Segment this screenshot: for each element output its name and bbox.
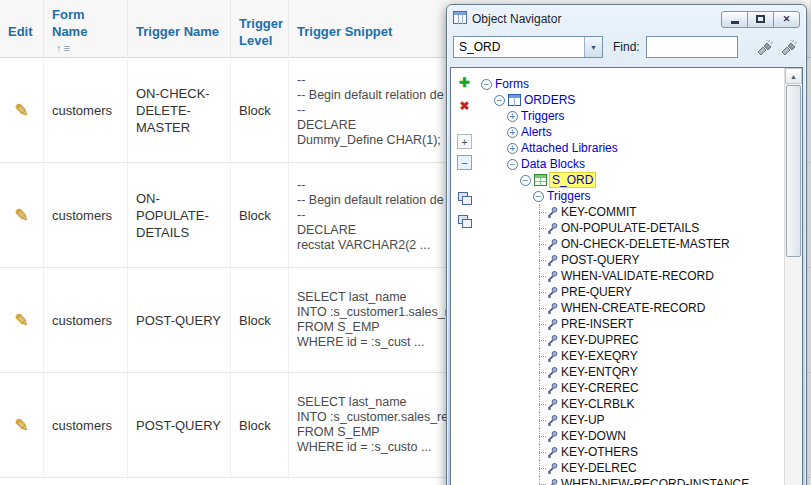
- expand-node-icon[interactable]: +: [507, 143, 518, 154]
- tree-node-label: ON-POPULATE-DETAILS: [561, 221, 699, 235]
- filter-icon[interactable]: ≡: [64, 40, 70, 57]
- tree-node-when-create-record[interactable]: WHEN-CREATE-RECORD: [477, 300, 785, 316]
- form-name-cell: customers: [44, 163, 128, 267]
- delete-icon[interactable]: ✖: [456, 97, 473, 114]
- edit-pencil-icon[interactable]: ✎: [14, 417, 28, 434]
- tree-node-key-up[interactable]: KEY-UP: [477, 412, 785, 428]
- scroll-up-button[interactable]: ▲: [785, 68, 802, 84]
- minimize-button[interactable]: [721, 11, 748, 28]
- tree-node-label: KEY-OTHERS: [561, 445, 638, 459]
- tree-node-triggers[interactable]: +Triggers: [477, 108, 785, 124]
- tree-node-key-entqry[interactable]: KEY-ENTQRY: [477, 364, 785, 380]
- tree-node-label: PRE-INSERT: [561, 317, 633, 331]
- trigger-icon: [546, 366, 558, 378]
- tree-node-key-crerec[interactable]: KEY-CREREC: [477, 380, 785, 396]
- tree-node-label: Attached Libraries: [521, 141, 618, 155]
- combo-dropdown-icon[interactable]: ▼: [584, 37, 602, 57]
- tree-node-on-check-delete-master[interactable]: ON-CHECK-DELETE-MASTER: [477, 236, 785, 252]
- tree-node-label: KEY-DUPREC: [561, 333, 639, 347]
- tree-node-label: Triggers: [547, 189, 591, 203]
- col-header-edit: Edit: [0, 0, 44, 63]
- tree-node-key-exeqry[interactable]: KEY-EXEQRY: [477, 348, 785, 364]
- object-navigator-icon: [453, 10, 467, 28]
- col-header-edit-label: Edit: [8, 23, 33, 40]
- scroll-thumb[interactable]: [786, 85, 801, 257]
- tree-node-post-query[interactable]: POST-QUERY: [477, 252, 785, 268]
- tree-node-data-blocks[interactable]: −Data Blocks: [477, 156, 785, 172]
- edit-pencil-icon[interactable]: ✎: [14, 207, 28, 224]
- trigger-level-cell: Block: [231, 163, 289, 267]
- maximize-button[interactable]: [747, 11, 774, 28]
- tree-node-on-populate-details[interactable]: ON-POPULATE-DETAILS: [477, 220, 785, 236]
- collapse-node-icon[interactable]: −: [520, 175, 531, 186]
- trigger-icon: [546, 430, 558, 442]
- col-header-form-name[interactable]: Form Name↑≡: [44, 0, 128, 63]
- tree-node-pre-insert[interactable]: PRE-INSERT: [477, 316, 785, 332]
- tree-node-attached-libraries[interactable]: +Attached Libraries: [477, 140, 785, 156]
- trigger-name-cell: POST-QUERY: [128, 268, 231, 372]
- tree-node-key-duprec[interactable]: KEY-DUPREC: [477, 332, 785, 348]
- find-next-icon[interactable]: [756, 39, 775, 55]
- collapse-node-icon[interactable]: −: [507, 159, 518, 170]
- tree-node-key-down[interactable]: KEY-DOWN: [477, 428, 785, 444]
- tree-node-label: PRE-QUERY: [561, 285, 632, 299]
- col-header-trigger-name-label: Trigger Name: [136, 23, 219, 40]
- trigger-name-cell: POST-QUERY: [128, 373, 231, 477]
- tree-node-label: WHEN-NEW-RECORD-INSTANCE: [561, 477, 749, 485]
- trigger-icon: [546, 334, 558, 346]
- tree-node-pre-query[interactable]: PRE-QUERY: [477, 284, 785, 300]
- tree-node-label: KEY-DOWN: [561, 429, 626, 443]
- navigator-toolbar: S_ORD ▼ Find:: [450, 30, 803, 67]
- tree-node-label: KEY-CREREC: [561, 381, 639, 395]
- edit-pencil-icon[interactable]: ✎: [14, 102, 28, 119]
- collapse-icon[interactable]: −: [457, 155, 472, 170]
- tree-node-label: Triggers: [521, 109, 565, 123]
- tree-node-alerts[interactable]: +Alerts: [477, 124, 785, 140]
- trigger-icon: [546, 302, 558, 314]
- trigger-icon: [546, 398, 558, 410]
- navigator-content: ✚ ✖ + − −Forms−ORDERS+Triggers+Alerts+At…: [450, 67, 803, 485]
- find-previous-icon[interactable]: [780, 39, 799, 55]
- collapse-node-icon[interactable]: −: [481, 79, 492, 90]
- col-header-trigger-level[interactable]: Trigger Level: [231, 0, 289, 63]
- tree-node-key-commit[interactable]: KEY-COMMIT: [477, 204, 785, 220]
- trigger-icon: [546, 238, 558, 250]
- tree-node-label: WHEN-CREATE-RECORD: [561, 301, 705, 315]
- expand-icon[interactable]: +: [457, 134, 472, 149]
- edit-cell: ✎: [0, 268, 44, 372]
- trigger-icon: [546, 318, 558, 330]
- trigger-level-cell: Block: [231, 373, 289, 477]
- create-icon[interactable]: ✚: [456, 74, 473, 91]
- trigger-icon: [546, 462, 558, 474]
- tree-node-forms[interactable]: −Forms: [477, 76, 785, 92]
- sort-asc-icon[interactable]: ↑: [56, 40, 62, 57]
- close-button[interactable]: ✕: [773, 11, 800, 28]
- tree-scrollbar[interactable]: ▲: [784, 68, 802, 485]
- col-header-trigger-name[interactable]: Trigger Name: [128, 0, 231, 63]
- find-input[interactable]: [646, 36, 738, 58]
- expand-all-icon[interactable]: [456, 190, 473, 207]
- expand-node-icon[interactable]: +: [507, 127, 518, 138]
- tree-node-key-clrblk[interactable]: KEY-CLRBLK: [477, 396, 785, 412]
- form-name-cell: customers: [44, 58, 128, 162]
- tree-node-when-new-record-instance[interactable]: WHEN-NEW-RECORD-INSTANCE: [477, 476, 785, 485]
- edit-pencil-icon[interactable]: ✎: [14, 312, 28, 329]
- tree-node-s-ord[interactable]: −S_ORD: [477, 172, 785, 188]
- tree-node-when-validate-record[interactable]: WHEN-VALIDATE-RECORD: [477, 268, 785, 284]
- expand-node-icon[interactable]: +: [507, 111, 518, 122]
- edit-cell: ✎: [0, 373, 44, 477]
- tree-node-key-delrec[interactable]: KEY-DELREC: [477, 460, 785, 476]
- collapse-node-icon[interactable]: −: [533, 191, 544, 202]
- tree-node-key-others[interactable]: KEY-OTHERS: [477, 444, 785, 460]
- tree-node-label: KEY-ENTQRY: [561, 365, 638, 379]
- trigger-icon: [546, 286, 558, 298]
- block-icon: [534, 174, 547, 186]
- tree-node-orders[interactable]: −ORDERS: [477, 92, 785, 108]
- collapse-node-icon[interactable]: −: [494, 95, 505, 106]
- titlebar[interactable]: Object Navigator ✕: [450, 8, 803, 30]
- tree-node-triggers[interactable]: −Triggers: [477, 188, 785, 204]
- tree-node-label: S_ORD: [550, 173, 595, 187]
- object-search-combo[interactable]: S_ORD ▼: [453, 36, 603, 58]
- combo-value: S_ORD: [454, 40, 584, 54]
- collapse-all-icon[interactable]: [456, 213, 473, 230]
